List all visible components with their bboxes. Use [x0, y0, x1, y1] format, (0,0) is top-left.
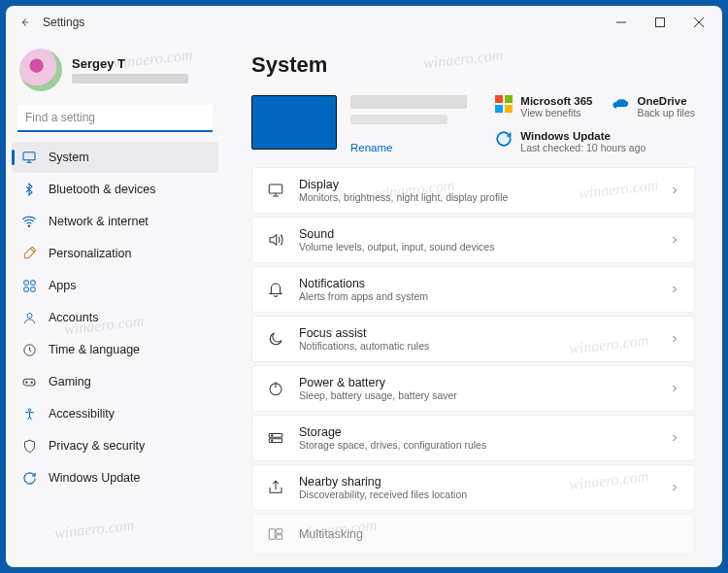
apps-icon	[21, 278, 37, 293]
card-sub: Discoverability, received files location	[299, 489, 669, 500]
card-power[interactable]: Power & batterySleep, battery usage, bat…	[251, 365, 695, 412]
promo-m365[interactable]: Microsoft 365 View benefits	[495, 95, 592, 118]
svg-rect-14	[23, 379, 35, 386]
accessibility-icon	[21, 406, 37, 421]
settings-window: Settings Sergey T System	[6, 6, 722, 567]
chevron-right-icon	[669, 284, 680, 295]
settings-cards: DisplayMonitors, brightness, night light…	[251, 167, 695, 555]
card-sub: Monitors, brightness, night light, displ…	[299, 191, 669, 203]
rename-link[interactable]: Rename	[350, 142, 467, 153]
share-icon	[266, 478, 285, 497]
card-sub: Notifications, automatic rules	[299, 340, 669, 352]
update-icon	[21, 470, 37, 486]
card-sound[interactable]: SoundVolume levels, output, input, sound…	[251, 217, 695, 263]
card-title: Focus assist	[299, 326, 669, 340]
svg-rect-31	[269, 529, 275, 540]
search-input[interactable]	[17, 105, 213, 132]
back-button[interactable]	[10, 8, 39, 37]
sidebar-item-label: Network & internet	[49, 215, 209, 228]
svg-rect-9	[30, 280, 34, 284]
sidebar-item-accessibility[interactable]: Accessibility	[12, 398, 218, 429]
card-title: Power & battery	[299, 376, 669, 389]
svg-rect-18	[505, 95, 513, 103]
promo-title: Microsoft 365	[520, 95, 592, 107]
svg-rect-33	[277, 535, 282, 540]
sidebar-item-label: System	[49, 151, 209, 164]
svg-rect-22	[269, 185, 282, 193]
promo-sub: View benefits	[520, 107, 592, 118]
sidebar-item-label: Windows Update	[49, 471, 209, 485]
card-sub: Alerts from apps and system	[299, 290, 669, 302]
svg-rect-17	[495, 95, 503, 103]
card-sub: Volume levels, output, input, sound devi…	[299, 241, 669, 253]
storage-icon	[266, 428, 285, 448]
device-row: Rename Microsoft 365 View benefits	[251, 95, 695, 153]
update-status-icon	[495, 130, 513, 148]
user-block[interactable]: Sergey T	[12, 43, 218, 101]
sidebar-item-personalization[interactable]: Personalization	[12, 238, 218, 269]
user-email	[72, 74, 188, 84]
accounts-icon	[21, 310, 37, 325]
multitask-icon	[266, 524, 285, 544]
sidebar-item-system[interactable]: System	[12, 142, 218, 173]
sidebar-item-accounts[interactable]: Accounts	[12, 302, 218, 333]
sidebar-item-privacy[interactable]: Privacy & security	[12, 430, 218, 461]
svg-rect-10	[23, 286, 27, 290]
device-model	[350, 115, 447, 124]
chevron-right-icon	[669, 333, 680, 345]
main: System Rename	[224, 39, 722, 567]
svg-rect-8	[23, 280, 27, 284]
card-notifications[interactable]: NotificationsAlerts from apps and system	[251, 266, 695, 313]
gaming-icon	[21, 374, 37, 389]
content: Sergey T System Bluetooth & devices	[6, 39, 722, 567]
sidebar-item-windows-update[interactable]: Windows Update	[12, 462, 218, 493]
close-button[interactable]	[679, 8, 718, 37]
promo-title: OneDrive	[637, 95, 695, 107]
power-icon	[266, 379, 285, 398]
sidebar-item-network[interactable]: Network & internet	[12, 206, 218, 237]
card-display[interactable]: DisplayMonitors, brightness, night light…	[251, 167, 695, 214]
sidebar-item-time[interactable]: Time & language	[12, 334, 218, 365]
page-title: System	[251, 52, 695, 78]
svg-point-7	[28, 225, 29, 226]
sidebar-item-label: Time & language	[49, 343, 209, 356]
avatar	[19, 49, 62, 91]
system-icon	[21, 150, 37, 165]
minimize-button[interactable]	[602, 8, 641, 37]
card-multitasking[interactable]: Multitasking	[251, 514, 695, 555]
promo-sub: Back up files	[637, 107, 695, 118]
sidebar-item-label: Personalization	[49, 247, 209, 260]
brush-icon	[21, 246, 37, 261]
chevron-right-icon	[669, 234, 680, 246]
sidebar-item-label: Gaming	[49, 375, 209, 388]
svg-rect-1	[656, 18, 665, 27]
nav: System Bluetooth & devices Network & int…	[12, 142, 218, 493]
svg-point-12	[27, 313, 32, 318]
wifi-icon	[21, 214, 37, 229]
shield-icon	[21, 438, 37, 454]
promo-windows-update[interactable]: Windows Update Last checked: 10 hours ag…	[495, 130, 695, 153]
maximize-button[interactable]	[641, 8, 679, 37]
svg-rect-4	[23, 152, 35, 160]
svg-point-29	[272, 435, 273, 436]
card-nearby-sharing[interactable]: Nearby sharingDiscoverability, received …	[251, 464, 695, 511]
sidebar-item-gaming[interactable]: Gaming	[12, 366, 218, 397]
card-sub: Sleep, battery usage, battery saver	[299, 389, 669, 401]
sidebar-item-bluetooth[interactable]: Bluetooth & devices	[12, 174, 218, 205]
chevron-right-icon	[669, 432, 680, 444]
sidebar-item-label: Apps	[49, 279, 209, 292]
card-title: Nearby sharing	[299, 475, 669, 489]
card-title: Multitasking	[299, 527, 680, 541]
promo-title: Windows Update	[520, 130, 645, 142]
sidebar-item-label: Bluetooth & devices	[49, 183, 209, 196]
card-focus-assist[interactable]: Focus assistNotifications, automatic rul…	[251, 316, 695, 362]
card-storage[interactable]: StorageStorage space, drives, configurat…	[251, 415, 695, 461]
card-title: Storage	[299, 425, 669, 439]
promo-onedrive[interactable]: OneDrive Back up files	[612, 95, 695, 118]
sidebar-item-apps[interactable]: Apps	[12, 270, 218, 301]
sidebar: Sergey T System Bluetooth & devices	[6, 39, 224, 567]
chevron-right-icon	[669, 482, 680, 493]
bell-icon	[266, 280, 285, 299]
card-sub: Storage space, drives, configuration rul…	[299, 439, 669, 451]
sidebar-item-label: Accounts	[49, 311, 209, 324]
